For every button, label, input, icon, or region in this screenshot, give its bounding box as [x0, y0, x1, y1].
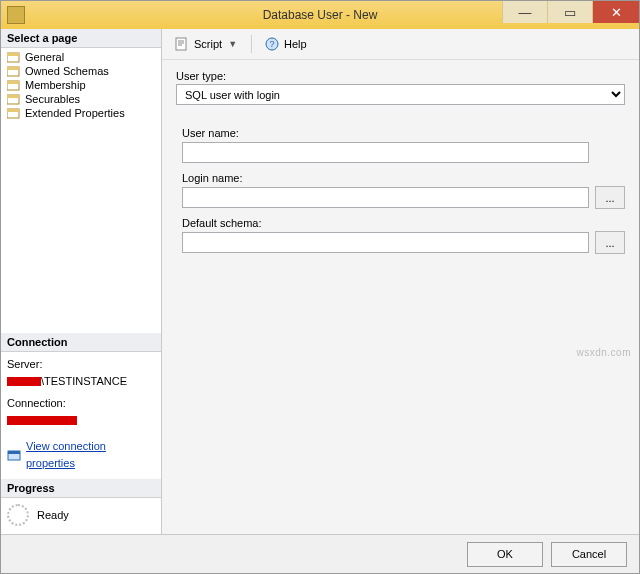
svg-rect-1	[7, 53, 19, 56]
svg-text:?: ?	[270, 39, 275, 49]
user-type-select[interactable]: SQL user with login	[176, 84, 625, 105]
cancel-button[interactable]: Cancel	[551, 542, 627, 567]
chevron-down-icon[interactable]: ▼	[226, 39, 239, 49]
sidebar-item-securables[interactable]: Securables	[5, 92, 157, 106]
sidebar-item-general[interactable]: General	[5, 50, 157, 64]
connection-value	[7, 412, 155, 429]
page-icon	[7, 65, 21, 77]
progress-header: Progress	[1, 479, 161, 498]
progress-status: Ready	[37, 509, 69, 521]
maximize-button[interactable]: ▭	[547, 1, 592, 23]
form-area: User type: SQL user with login User name…	[162, 60, 639, 264]
toolbar-separator	[251, 35, 252, 53]
svg-rect-11	[8, 451, 20, 454]
server-label: Server:	[7, 356, 155, 373]
window-buttons: — ▭ ✕	[502, 1, 639, 29]
user-type-label: User type:	[176, 70, 625, 82]
login-name-input[interactable]	[182, 187, 589, 208]
svg-rect-5	[7, 81, 19, 84]
svg-rect-9	[7, 109, 19, 112]
ok-button[interactable]: OK	[467, 542, 543, 567]
redacted-text	[7, 416, 77, 425]
default-schema-label: Default schema:	[182, 217, 625, 229]
main-panel: Script ▼ ? Help User type: SQL user with…	[162, 29, 639, 534]
app-icon	[7, 6, 25, 24]
sidebar-item-extended-properties[interactable]: Extended Properties	[5, 106, 157, 120]
page-icon	[7, 79, 21, 91]
sidebar-item-owned-schemas[interactable]: Owned Schemas	[5, 64, 157, 78]
progress-body: Ready	[1, 498, 161, 534]
page-icon	[7, 51, 21, 63]
svg-rect-7	[7, 95, 19, 98]
sidebar-item-label: Securables	[25, 93, 80, 105]
sidebar-item-label: Owned Schemas	[25, 65, 109, 77]
titlebar: Database User - New — ▭ ✕	[1, 1, 639, 29]
view-connection-properties-link[interactable]: View connection properties	[26, 438, 155, 471]
minimize-button[interactable]: —	[502, 1, 547, 23]
sidebar-item-label: Membership	[25, 79, 86, 91]
progress-spinner-icon	[7, 504, 29, 526]
redacted-text	[7, 377, 41, 386]
page-list: General Owned Schemas Membership Securab…	[1, 48, 161, 126]
toolbar: Script ▼ ? Help	[162, 29, 639, 60]
sidebar-item-label: General	[25, 51, 64, 63]
user-name-input[interactable]	[182, 142, 589, 163]
login-name-label: Login name:	[182, 172, 625, 184]
connection-label: Connection:	[7, 395, 155, 412]
sidebar-item-membership[interactable]: Membership	[5, 78, 157, 92]
default-schema-browse-button[interactable]: ...	[595, 231, 625, 254]
close-button[interactable]: ✕	[592, 1, 639, 23]
connection-properties-icon	[7, 448, 21, 462]
user-name-label: User name:	[182, 127, 625, 139]
login-name-browse-button[interactable]: ...	[595, 186, 625, 209]
sidebar-item-label: Extended Properties	[25, 107, 125, 119]
watermark: wsxdn.com	[576, 347, 631, 358]
help-icon: ?	[264, 36, 280, 52]
select-page-header: Select a page	[1, 29, 161, 48]
script-button[interactable]: Script ▼	[170, 34, 243, 54]
page-icon	[7, 107, 21, 119]
dialog-footer: OK Cancel	[1, 534, 639, 573]
default-schema-input[interactable]	[182, 232, 589, 253]
page-icon	[7, 93, 21, 105]
connection-info: Server: \TESTINSTANCE Connection: View c…	[1, 352, 161, 479]
connection-header: Connection	[1, 333, 161, 352]
svg-rect-3	[7, 67, 19, 70]
svg-rect-12	[176, 38, 186, 50]
script-icon	[174, 36, 190, 52]
help-button[interactable]: ? Help	[260, 34, 311, 54]
sidebar: Select a page General Owned Schemas Memb…	[1, 29, 162, 534]
server-value: \TESTINSTANCE	[7, 373, 155, 390]
